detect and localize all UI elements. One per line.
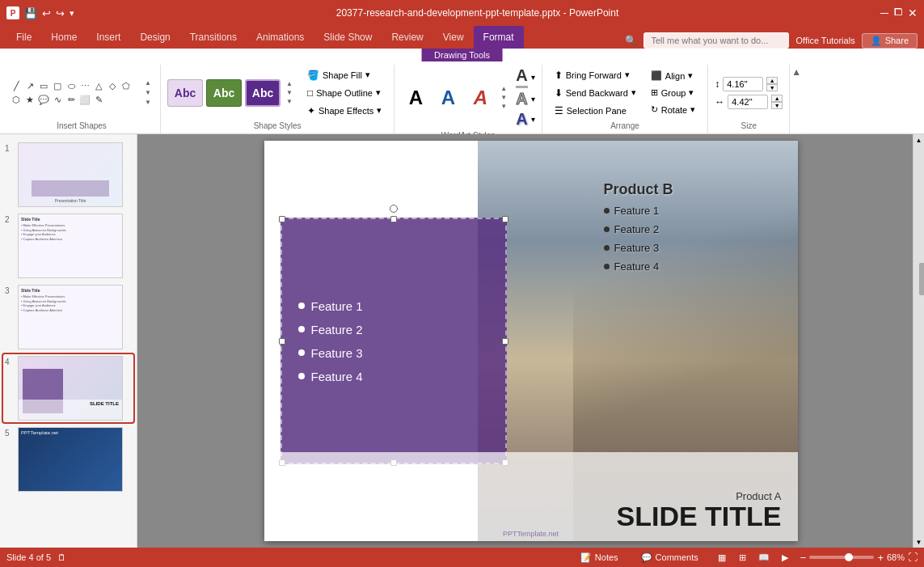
line-shape[interactable]: ╱ (10, 79, 23, 92)
minimize-icon[interactable]: ─ (880, 6, 888, 19)
width-down[interactable]: ▼ (771, 102, 783, 109)
quick-access-save[interactable]: 💾 (24, 7, 37, 19)
tab-format[interactable]: Format (474, 26, 524, 49)
shape-style-0[interactable]: Abc (167, 79, 203, 107)
ribbon-collapse-icon[interactable]: ▲ (791, 66, 801, 78)
wordart-up[interactable]: ▲ (498, 85, 509, 93)
comments-button[interactable]: 💬 Comments (633, 551, 707, 565)
handle-tr[interactable] (502, 216, 508, 222)
align-button[interactable]: ⬛ Align ▾ (645, 68, 701, 83)
arrow-shape[interactable]: ↗ (23, 79, 36, 92)
rotate-handle[interactable] (390, 205, 398, 213)
send-backward-button[interactable]: ⬇ Send Backward ▾ (549, 85, 642, 101)
tab-animations[interactable]: Animations (247, 26, 314, 49)
tab-file[interactable]: File (6, 26, 41, 49)
shape-outline-button[interactable]: □ Shape Outline ▾ (302, 85, 387, 101)
zoom-thumb[interactable] (845, 553, 853, 561)
handle-tl[interactable] (279, 216, 285, 222)
shape-effects-button[interactable]: ✦ Shape Effects ▾ (302, 103, 387, 119)
restore-icon[interactable]: ⧠ (893, 6, 903, 19)
selection-pane-button[interactable]: ☰ Selection Pane (549, 103, 632, 119)
quick-access-redo[interactable]: ↪ (56, 7, 65, 19)
handle-ml[interactable] (279, 338, 285, 345)
tab-slideshow[interactable]: Slide Show (314, 26, 382, 49)
slide-thumb-1[interactable]: 1 Presentation Title (3, 141, 133, 209)
width-input[interactable] (728, 95, 768, 109)
wordart-down[interactable]: ▼ (498, 94, 509, 102)
shape-styles-up[interactable]: ▲ (284, 80, 295, 88)
callout-shape[interactable]: 💬 (37, 93, 50, 106)
star-shape[interactable]: ★ (23, 93, 36, 106)
scroll-up-btn[interactable]: ▲ (916, 134, 922, 146)
shape-style-1[interactable]: Abc (206, 79, 242, 107)
bring-forward-button[interactable]: ⬆ Bring Forward ▾ (549, 67, 635, 83)
right-scrollbar[interactable]: ▲ ▼ (913, 134, 924, 548)
zoom-out-btn[interactable]: − (800, 552, 807, 564)
shape-fill-button[interactable]: 🪣 Shape Fill ▾ (302, 67, 387, 83)
oval-shape[interactable]: ⬭ (65, 79, 78, 92)
handle-mr[interactable] (502, 338, 508, 345)
quick-access-undo[interactable]: ↩ (42, 7, 51, 19)
product-box-purple[interactable]: Feature 1 Feature 2 Feature 3 Feature 4 (281, 218, 507, 464)
freeform-shape[interactable]: ✏ (65, 93, 78, 106)
quick-access-more[interactable]: ▾ (70, 8, 74, 19)
close-icon[interactable]: ✕ (908, 6, 918, 19)
notes-button[interactable]: 📝 Notes (572, 551, 627, 565)
handle-tm[interactable] (390, 216, 397, 222)
more-shapes[interactable]: ⋯ (78, 79, 91, 92)
rotate-button[interactable]: ↻ Rotate ▾ (645, 102, 701, 117)
share-button[interactable]: 👤 Share (862, 33, 918, 49)
fit-slide-btn[interactable]: ⛶ (908, 552, 918, 563)
wordart-red[interactable]: A (466, 83, 495, 112)
text-fill-chevron[interactable]: ▾ (531, 73, 535, 82)
width-up[interactable]: ▲ (771, 95, 783, 102)
height-down[interactable]: ▼ (766, 84, 778, 91)
scroll-down-btn[interactable]: ▼ (916, 536, 922, 548)
wordart-blue[interactable]: A (433, 83, 462, 112)
tab-insert[interactable]: Insert (86, 26, 130, 49)
pentagon-shape[interactable]: ⬠ (120, 79, 133, 92)
zoom-in-btn[interactable]: + (877, 552, 884, 564)
shapes-scroll-expand[interactable]: ▼ (142, 99, 154, 107)
slide-thumb-4[interactable]: 4 SLIDE TITLE (3, 354, 133, 422)
slide-thumb-2[interactable]: 2 Slide Title • Make Effective Presentat… (3, 212, 133, 280)
curve-shape[interactable]: ∿ (51, 93, 64, 106)
tab-design[interactable]: Design (130, 26, 179, 49)
slide-thumb-5[interactable]: 5 PPTTemplate.net (3, 425, 133, 493)
slide-sorter-btn[interactable]: ⊞ (734, 550, 752, 565)
tab-home[interactable]: Home (41, 26, 86, 49)
tab-review[interactable]: Review (382, 26, 432, 49)
triangle-shape[interactable]: △ (92, 79, 105, 92)
wordart-plain[interactable]: A (401, 83, 430, 112)
tab-view[interactable]: View (433, 26, 474, 49)
text-effects-chevron[interactable]: ▾ (531, 115, 535, 124)
wordart-expand[interactable]: ▼ (498, 103, 509, 111)
shape-styles-down[interactable]: ▼ (284, 89, 295, 97)
diamond-shape[interactable]: ◇ (106, 79, 119, 92)
outline-icon: □ (307, 87, 313, 99)
tab-transitions[interactable]: Transitions (180, 26, 247, 49)
shape-style-2[interactable]: Abc (245, 79, 281, 107)
zoom-slider[interactable] (809, 556, 874, 559)
height-input[interactable] (723, 77, 763, 91)
edit-shape[interactable]: ✎ (92, 93, 105, 106)
shape-styles-expand[interactable]: ▼ (284, 98, 295, 106)
slide-5-content: PPTTemplate.net (19, 428, 122, 491)
height-up[interactable]: ▲ (766, 77, 778, 84)
group-button[interactable]: ⊞ Group ▾ (645, 85, 701, 100)
reading-view-btn[interactable]: 📖 (755, 550, 773, 565)
roundrect-shape[interactable]: ▢ (51, 79, 64, 92)
rect-shape[interactable]: ▭ (37, 79, 50, 92)
slideshow-btn[interactable]: ▶ (776, 550, 794, 565)
normal-view-btn[interactable]: ▦ (713, 550, 731, 565)
scroll-thumb[interactable] (919, 263, 925, 295)
slide-thumb-3[interactable]: 3 Slide Title • Make Effective Presentat… (3, 283, 133, 351)
office-tutorials-link[interactable]: Office Tutorials (795, 36, 854, 45)
shapes-scroll-down[interactable]: ▼ (142, 89, 154, 97)
hexagon-shape[interactable]: ⬡ (10, 93, 23, 106)
shapes-scroll-up[interactable]: ▲ (142, 79, 154, 87)
text-box[interactable]: ⬜ (78, 93, 91, 106)
search-input[interactable] (643, 32, 789, 49)
bring-forward-icon: ⬆ (555, 70, 563, 81)
text-outline-chevron[interactable]: ▾ (531, 95, 535, 104)
